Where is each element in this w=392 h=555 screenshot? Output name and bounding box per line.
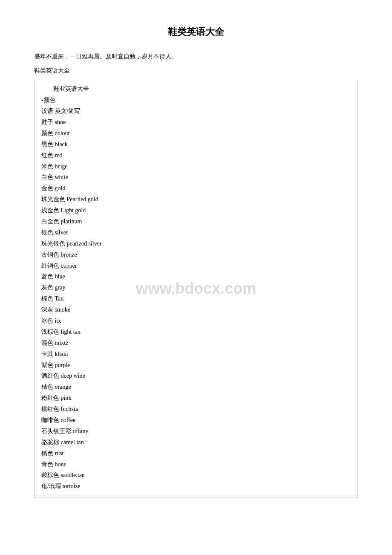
list-item: 桔色 orange	[41, 382, 351, 393]
list-item: 颜色 colour	[41, 128, 351, 139]
list-item: 鞋子 shoe	[41, 117, 351, 128]
list-item: 咖啡色 coffee	[41, 415, 351, 426]
list-item: 酒红色 deep wine	[41, 370, 351, 382]
page-title: 鞋类英语大全	[34, 26, 358, 38]
list-item: 锈色 rust	[41, 448, 351, 459]
content-box: www.bdocx.com 鞋业英语大全 -颜色汉语 英文/简写鞋子 shoe颜…	[34, 80, 358, 497]
list-item: 桃红色 fuchsia	[41, 404, 351, 415]
list-item: 红色 red	[41, 150, 351, 161]
list-item: 珠光金色 Pearlied gold	[41, 194, 351, 205]
list-item: 白色 white	[41, 172, 351, 183]
list-item: 银色 silver	[41, 227, 351, 238]
list-item: 古铜色 bronze	[41, 249, 351, 260]
list-item: 石头纹王彩 tiffany	[41, 426, 351, 437]
list-item: 深灰 smoke	[41, 304, 351, 315]
subtitle-text: 盛年不重来，一日难再晨。及时宜自勉，岁月不待人。	[34, 51, 358, 62]
list-item: 粉红色 pink	[41, 393, 351, 404]
inner-title: 鞋业英语大全	[41, 85, 351, 93]
items-list: -颜色汉语 英文/简写鞋子 shoe颜色 colour黑色 black红色 re…	[41, 95, 351, 492]
list-item: 珠光银色 pearized silver	[41, 238, 351, 249]
list-item: 浅棕色 light tan	[41, 327, 351, 338]
section-label: 鞋类英语大全	[34, 67, 358, 75]
list-item: 白金色 platinum	[41, 216, 351, 227]
list-item: 棕色 Tan	[41, 293, 351, 304]
list-item: 灰色 gray	[41, 282, 351, 293]
list-item: 混色 mixtz	[41, 338, 351, 349]
list-item: 浅金色 Light gold	[41, 205, 351, 216]
list-item: 冰色 ice	[41, 315, 351, 327]
list-item: 龟/玳瑁 tortoise	[41, 481, 351, 492]
list-item: 骨色 bone	[41, 459, 351, 470]
list-item: 黑色 black	[41, 139, 351, 150]
list-item: 金色 gold	[41, 183, 351, 194]
list-item: 卡其 khaki	[41, 349, 351, 360]
list-item: 紫色 purple	[41, 360, 351, 371]
list-item: 米色 beige	[41, 161, 351, 172]
list-item: 汉语 英文/简写	[41, 106, 351, 117]
list-item: -颜色	[41, 95, 351, 106]
list-item: 骆驼棕 camel tan	[41, 437, 351, 448]
list-item: 蓝色 blue	[41, 271, 351, 282]
list-item: 鞍棕色 saddle.tan	[41, 470, 351, 481]
list-item: 红铜色 copper	[41, 260, 351, 272]
